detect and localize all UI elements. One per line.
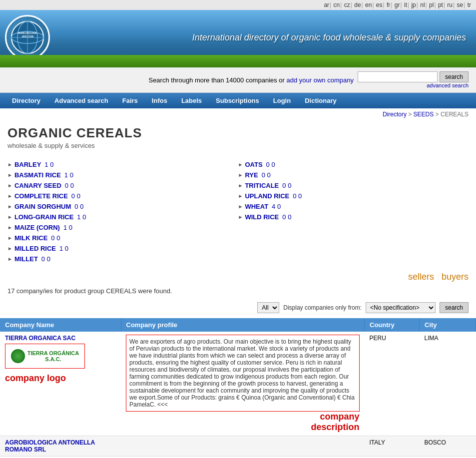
cat-barley-link[interactable]: BARLEY — [14, 161, 41, 168]
cat-grain-sorghum-num: 0 0 — [74, 203, 83, 210]
col-city: City — [420, 318, 476, 332]
cat-milled-rice-link[interactable]: MILLED RICE — [14, 245, 56, 252]
arrow-icon: ► — [238, 204, 243, 209]
table-row: AGROBIOLOGICA ANTONELLA ROMANO SRL ITALY… — [0, 436, 476, 457]
cat-wild-rice-link[interactable]: WILD RICE — [245, 213, 279, 221]
lang-es[interactable]: es — [376, 1, 383, 8]
nav-labels[interactable]: Labels — [174, 93, 209, 108]
cat-complete-rice: ► COMPLETE RICE 0 0 — [7, 191, 238, 201]
company-tierra-link[interactable]: TIERRA ORGANICA SAC — [5, 335, 116, 342]
cat-upland-rice-link[interactable]: UPLAND RICE — [245, 192, 289, 200]
sellers-buyers: sellers buyers — [0, 269, 476, 285]
breadcrumb-cereals: CEREALS — [441, 111, 469, 118]
company-city: KEDAINIAI — [420, 457, 476, 458]
lang-cz[interactable]: cz — [344, 1, 350, 8]
search-input[interactable] — [358, 71, 438, 82]
cat-milk-rice-link[interactable]: MILK RICE — [14, 234, 47, 242]
arrow-icon: ► — [238, 214, 243, 220]
arrow-icon: ► — [7, 256, 12, 262]
cat-triticale-link[interactable]: TRITICALE — [245, 182, 279, 189]
lang-en[interactable]: en — [365, 1, 372, 8]
cat-millet-link[interactable]: MILLET — [14, 255, 38, 263]
cat-grain-sorghum-link[interactable]: GRAIN SORGHUM — [14, 203, 71, 210]
page-subtitle: wholesale & supply & services — [7, 141, 469, 154]
nav-infos[interactable]: Infos — [145, 93, 174, 108]
nav-subscriptions[interactable]: Subscriptions — [209, 93, 266, 108]
nav-advanced-search[interactable]: Advanced search — [47, 93, 115, 108]
nav-dictionary[interactable]: Dictionary — [298, 93, 344, 108]
filter-bar: All Display companies only from: <No spe… — [0, 300, 476, 316]
buyers-link[interactable]: buyers — [442, 272, 469, 282]
filter-all-select[interactable]: All — [257, 302, 279, 313]
company-city: BOSCO — [420, 436, 476, 457]
company-country: ITALY — [365, 436, 420, 457]
nav-directory[interactable]: Directory — [5, 93, 47, 108]
company-link[interactable]: AGROBIOLOGICA ANTONELLA ROMANO SRL — [5, 439, 95, 453]
lang-pl[interactable]: pl — [429, 1, 434, 8]
site-logo[interactable]: WWW.ORGANIC -BIO.COM — [5, 15, 50, 60]
lang-links[interactable]: ar| cn| cz| de| en| es| fr| gr| it| jp| … — [324, 1, 471, 8]
add-company-link[interactable]: add your own company — [287, 76, 354, 84]
cat-basmati-rice-link[interactable]: BASMATI RICE — [14, 171, 61, 179]
advanced-search-link[interactable]: advanced search — [427, 82, 469, 88]
company-logo-box[interactable]: TIERRA ORGÁNICAS.A.C. — [5, 344, 85, 369]
filter-country-select[interactable]: <No specification> — [366, 302, 436, 313]
nav-login[interactable]: Login — [266, 93, 298, 108]
cat-long-grain-rice-num: 1 0 — [77, 213, 86, 221]
cat-wild-rice-num: 0 0 — [282, 213, 291, 221]
sellers-link[interactable]: sellers — [408, 272, 434, 282]
lang-de[interactable]: de — [354, 1, 361, 8]
logo-icon — [11, 349, 25, 363]
cat-canary-seed: ► CANARY SEED 0 0 — [7, 180, 238, 191]
cat-wheat: ► WHEAT 4 0 — [238, 201, 469, 212]
lang-ar[interactable]: ar — [324, 1, 329, 8]
cat-oats-link[interactable]: OATS — [245, 161, 262, 168]
search-right: search advanced search — [358, 71, 469, 88]
search-bar: Search through more than 14000 companies… — [0, 67, 476, 93]
cat-canary-seed-link[interactable]: CANARY SEED — [14, 182, 61, 189]
language-bar: ar| cn| cz| de| en| es| fr| gr| it| jp| … — [0, 0, 476, 10]
breadcrumb-seeds[interactable]: SEEDS — [414, 111, 434, 118]
search-label: Search through more than 14000 companies… — [148, 76, 354, 84]
arrow-icon: ► — [7, 246, 12, 251]
cat-rye-num: 0 0 — [262, 171, 271, 179]
lang-ru[interactable]: ru — [447, 1, 453, 8]
lang-jp[interactable]: jp — [411, 1, 416, 8]
logo-circle: WWW.ORGANIC -BIO.COM — [5, 15, 50, 60]
col-company-name: Company Name — [0, 318, 121, 332]
arrow-icon: ► — [7, 214, 12, 220]
breadcrumb-directory[interactable]: Directory — [383, 111, 407, 118]
lang-it[interactable]: it — [404, 1, 407, 8]
categories-right: ► OATS 0 0 ► RYE 0 0 ► TRITICALE 0 0 ► U… — [238, 159, 469, 264]
company-profile-cell — [121, 457, 365, 458]
cat-rye: ► RYE 0 0 — [238, 170, 469, 180]
cat-milled-rice: ► MILLED RICE 1 0 — [7, 243, 238, 254]
lang-tr[interactable]: tr — [468, 1, 471, 8]
arrow-icon: ► — [7, 193, 12, 199]
cat-triticale: ► TRITICALE 0 0 — [238, 180, 469, 191]
lang-cn[interactable]: cn — [334, 1, 340, 8]
cat-long-grain-rice-link[interactable]: LONG-GRAIN RICE — [14, 213, 73, 221]
company-table: Company Name Company profile Country Cit… — [0, 318, 476, 458]
cat-complete-rice-link[interactable]: COMPLETE RICE — [14, 192, 68, 200]
cat-millet: ► MILLET 0 0 — [7, 254, 238, 264]
cat-wheat-link[interactable]: WHEAT — [245, 203, 268, 210]
lang-nl[interactable]: nl — [420, 1, 425, 8]
cat-upland-rice-num: 0 0 — [293, 192, 302, 200]
cat-grain-sorghum: ► GRAIN SORGHUM 0 0 — [7, 201, 238, 212]
lang-se[interactable]: se — [457, 1, 464, 8]
cat-rye-link[interactable]: RYE — [245, 171, 258, 179]
lang-pt[interactable]: pt — [438, 1, 443, 8]
cat-maize-link[interactable]: MAIZE (CORN) — [14, 224, 60, 231]
lang-gr[interactable]: gr — [395, 1, 400, 8]
cat-milk-rice-num: 0 0 — [51, 234, 60, 242]
search-button[interactable]: search — [440, 71, 469, 82]
cat-wheat-num: 4 0 — [272, 203, 281, 210]
header-tagline: International directory of organic food … — [192, 32, 466, 43]
filter-search-button[interactable]: search — [440, 302, 469, 313]
nav-fairs[interactable]: Fairs — [115, 93, 145, 108]
company-city: LIMA — [420, 332, 476, 436]
lang-fr[interactable]: fr — [387, 1, 390, 8]
col-country: Country — [365, 318, 420, 332]
cat-millet-num: 0 0 — [41, 255, 50, 263]
